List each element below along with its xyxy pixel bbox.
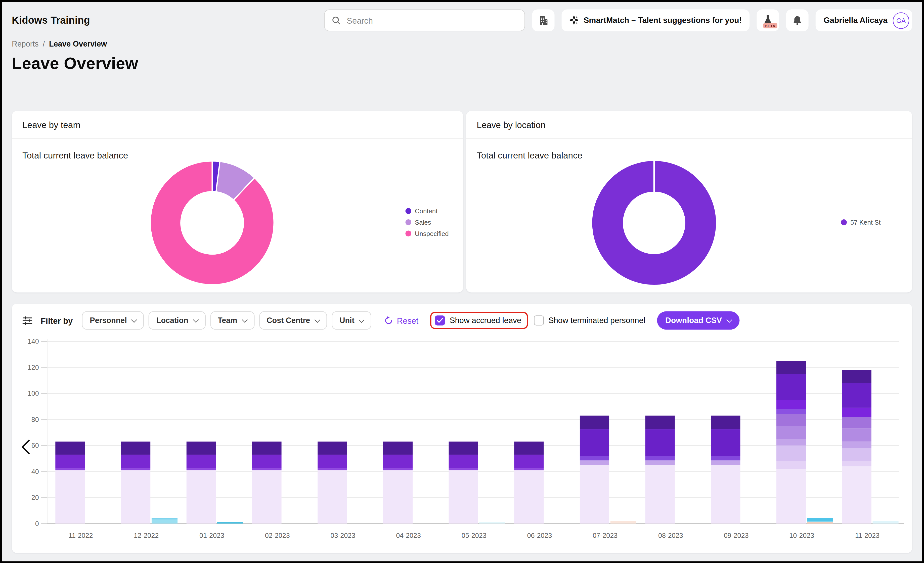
bar-segment[interactable] bbox=[776, 409, 806, 414]
bar-segment[interactable] bbox=[776, 439, 806, 446]
organisation-button[interactable] bbox=[532, 9, 555, 32]
bar-segment[interactable] bbox=[776, 446, 806, 461]
bar-segment[interactable] bbox=[711, 416, 740, 429]
bar-segment[interactable] bbox=[383, 455, 412, 468]
bar-segment[interactable] bbox=[448, 470, 478, 524]
bar-segment[interactable] bbox=[186, 455, 216, 468]
bar-segment[interactable] bbox=[645, 429, 675, 456]
leave-by-team-donut-chart[interactable] bbox=[147, 158, 277, 288]
bar-segment[interactable] bbox=[842, 417, 872, 429]
bar-segment-secondary[interactable] bbox=[807, 521, 833, 522]
bar-segment[interactable] bbox=[645, 416, 675, 429]
reset-filters-button[interactable]: Reset bbox=[384, 316, 418, 325]
bar-segment[interactable] bbox=[514, 455, 544, 468]
bar-segment[interactable] bbox=[56, 470, 85, 524]
bar-segment[interactable] bbox=[318, 441, 347, 455]
leave-by-location-donut-chart[interactable] bbox=[590, 158, 719, 288]
bar-segment[interactable] bbox=[56, 468, 85, 470]
bar-segment[interactable] bbox=[186, 468, 216, 470]
bar-segment[interactable] bbox=[383, 468, 412, 470]
legend-item[interactable]: 57 Kent St bbox=[841, 219, 881, 226]
bar-segment-secondary[interactable] bbox=[807, 522, 833, 524]
bar-segment[interactable] bbox=[383, 441, 412, 455]
bar-segment[interactable] bbox=[514, 441, 544, 455]
leave-bar-chart[interactable]: 02040608010012014011-202212-202201-20230… bbox=[14, 331, 910, 543]
bar-segment[interactable] bbox=[842, 461, 872, 466]
bar-segment[interactable] bbox=[186, 441, 216, 455]
bar-segment-secondary[interactable] bbox=[807, 518, 833, 521]
bar-segment[interactable] bbox=[776, 461, 806, 469]
bar-segment[interactable] bbox=[776, 469, 806, 524]
bar-segment[interactable] bbox=[776, 414, 806, 426]
bar-segment[interactable] bbox=[580, 416, 609, 429]
bar-segment[interactable] bbox=[252, 441, 281, 455]
bar-segment[interactable] bbox=[448, 455, 478, 468]
bar-segment[interactable] bbox=[776, 374, 806, 400]
bar-segment-secondary[interactable] bbox=[217, 522, 243, 524]
show-accrued-leave-highlight[interactable]: Show accrued leave bbox=[430, 312, 528, 329]
bar-segment[interactable] bbox=[580, 429, 609, 456]
bar-segment[interactable] bbox=[711, 465, 740, 524]
bar-segment-secondary[interactable] bbox=[610, 521, 636, 524]
download-csv-button[interactable]: Download CSV bbox=[657, 311, 740, 330]
show-terminated-personnel-checkbox[interactable] bbox=[534, 315, 544, 326]
bar-segment-secondary[interactable] bbox=[152, 518, 177, 519]
bar-segment[interactable] bbox=[56, 441, 85, 455]
bar-segment[interactable] bbox=[56, 455, 85, 468]
bar-segment[interactable] bbox=[711, 456, 740, 460]
bar-segment[interactable] bbox=[645, 460, 675, 465]
bar-segment[interactable] bbox=[842, 370, 872, 383]
bar-segment[interactable] bbox=[318, 470, 347, 524]
bar-segment[interactable] bbox=[842, 466, 872, 524]
labs-button[interactable]: BETA bbox=[756, 9, 779, 32]
bar-segment[interactable] bbox=[514, 470, 544, 524]
legend-item[interactable]: Unspecified bbox=[405, 230, 449, 237]
show-terminated-personnel-toggle[interactable]: Show terminated personnel bbox=[534, 315, 645, 326]
bar-segment[interactable] bbox=[711, 429, 740, 456]
bar-segment[interactable] bbox=[186, 470, 216, 524]
bar-segment[interactable] bbox=[645, 456, 675, 460]
notifications-button[interactable] bbox=[786, 9, 808, 32]
filter-dropdown-personnel[interactable]: Personnel bbox=[82, 311, 144, 330]
bar-segment[interactable] bbox=[842, 408, 872, 417]
bar-segment[interactable] bbox=[383, 470, 412, 524]
breadcrumb-reports[interactable]: Reports bbox=[12, 39, 39, 48]
legend-item[interactable]: Sales bbox=[405, 219, 449, 226]
bar-segment[interactable] bbox=[318, 455, 347, 468]
filter-dropdown-team[interactable]: Team bbox=[210, 311, 255, 330]
bar-segment[interactable] bbox=[448, 441, 478, 455]
bar-segment[interactable] bbox=[580, 460, 609, 465]
bar-segment[interactable] bbox=[776, 426, 806, 439]
bar-segment[interactable] bbox=[580, 465, 609, 524]
bar-segment[interactable] bbox=[252, 470, 281, 524]
search-box[interactable] bbox=[324, 9, 525, 32]
bar-segment[interactable] bbox=[252, 455, 281, 468]
filter-dropdown-unit[interactable]: Unit bbox=[332, 311, 372, 330]
bar-segment[interactable] bbox=[252, 468, 281, 470]
filter-dropdown-location[interactable]: Location bbox=[148, 311, 205, 330]
bar-segment-secondary[interactable] bbox=[873, 521, 898, 524]
bar-segment[interactable] bbox=[776, 400, 806, 409]
collapse-chevron-button[interactable] bbox=[21, 439, 30, 457]
bar-segment-secondary[interactable] bbox=[152, 519, 177, 524]
bar-segment[interactable] bbox=[842, 441, 872, 448]
bar-segment[interactable] bbox=[580, 456, 609, 460]
show-accrued-leave-checkbox[interactable] bbox=[435, 315, 445, 326]
bar-segment[interactable] bbox=[448, 468, 478, 470]
bar-segment[interactable] bbox=[318, 468, 347, 470]
smartmatch-button[interactable]: SmartMatch – Talent suggestions for you! bbox=[562, 9, 750, 32]
bar-segment[interactable] bbox=[514, 468, 544, 470]
bar-segment[interactable] bbox=[121, 470, 150, 524]
bar-segment-secondary[interactable] bbox=[479, 522, 505, 524]
bar-segment[interactable] bbox=[121, 441, 150, 455]
bar-segment[interactable] bbox=[121, 468, 150, 470]
legend-item[interactable]: Content bbox=[405, 207, 449, 215]
bar-segment[interactable] bbox=[842, 383, 872, 408]
bar-segment[interactable] bbox=[776, 361, 806, 374]
filter-dropdown-cost-centre[interactable]: Cost Centre bbox=[259, 311, 327, 330]
bar-segment[interactable] bbox=[121, 455, 150, 468]
search-input[interactable] bbox=[345, 15, 518, 26]
bar-segment[interactable] bbox=[842, 448, 872, 461]
donut-slice-unspecified[interactable] bbox=[150, 161, 274, 285]
bar-segment[interactable] bbox=[842, 429, 872, 442]
